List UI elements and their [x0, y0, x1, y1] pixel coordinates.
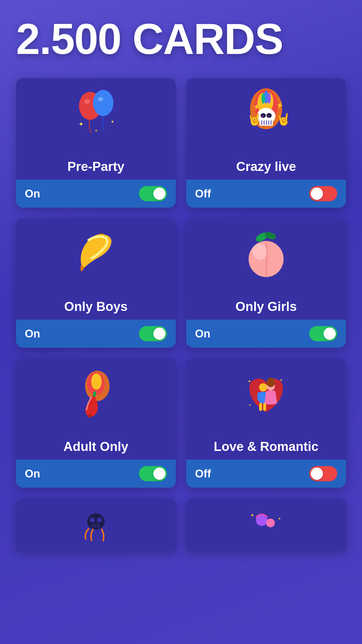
svg-rect-47: [263, 403, 266, 411]
card-crazy-live: ♥ ♥ 🤘 🤘 ⚡ ⚡: [186, 78, 346, 208]
svg-text:✦: ✦: [110, 119, 114, 124]
adult-only-icon: [73, 365, 119, 427]
only-girls-footer: On: [186, 320, 346, 348]
crazy-live-toggle[interactable]: [309, 186, 337, 201]
svg-point-2: [93, 90, 113, 116]
only-girls-status: On: [195, 328, 210, 340]
svg-text:🤘: 🤘: [276, 112, 291, 126]
pre-party-status: On: [25, 188, 40, 200]
card-adult-only: Adult Only On: [16, 358, 176, 488]
svg-text:✦: ✦: [247, 379, 251, 384]
svg-text:🦹: 🦹: [254, 525, 267, 537]
love-romantic-toggle-thumb: [311, 468, 323, 480]
pre-party-icon: ✦ ✦ ✦: [73, 85, 119, 147]
love-romantic-icon: ✦ ✦ ✦: [242, 365, 290, 427]
page-wrapper: 2.500 CARDS ✦: [0, 0, 362, 644]
only-boys-icon: [73, 227, 119, 285]
card-only-girls-image: [186, 218, 346, 294]
love-romantic-toggle[interactable]: [309, 466, 337, 481]
svg-point-12: [261, 93, 265, 104]
svg-point-49: [267, 378, 275, 387]
only-girls-toggle[interactable]: [309, 326, 337, 341]
cards-grid: ✦ ✦ ✦ Pre-Party On: [16, 78, 346, 488]
svg-text:🤘: 🤘: [247, 112, 262, 126]
svg-point-58: [266, 519, 275, 527]
card-pre-party: ✦ ✦ ✦ Pre-Party On: [16, 78, 176, 208]
card-adult-only-image: [16, 358, 176, 434]
svg-text:✦: ✦: [249, 403, 252, 407]
svg-point-1: [84, 99, 90, 104]
crazy-live-icon: ♥ ♥ 🤘 🤘 ⚡ ⚡: [241, 85, 291, 147]
only-boys-toggle[interactable]: [139, 326, 167, 341]
pre-party-toggle[interactable]: [139, 186, 167, 201]
pre-party-title: Pre-Party: [16, 154, 176, 180]
only-boys-status: On: [25, 328, 40, 340]
svg-text:⚡: ⚡: [276, 102, 284, 109]
svg-text:✦: ✦: [94, 128, 98, 133]
crazy-live-title: Crazy live: [186, 154, 346, 180]
love-romantic-footer: Off: [186, 460, 346, 488]
svg-point-36: [91, 373, 102, 390]
svg-text:✦: ✦: [280, 378, 283, 382]
only-boys-toggle-container[interactable]: [139, 326, 167, 341]
only-girls-title: Only Girls: [186, 294, 346, 320]
love-romantic-title: Love & Romantic: [186, 434, 346, 460]
svg-point-53: [97, 518, 102, 522]
svg-text:✦: ✦: [78, 120, 84, 128]
svg-point-42: [259, 383, 267, 391]
only-boys-toggle-thumb: [153, 328, 166, 340]
partial-card-right: 🦹 🧙 ✦ ✦: [186, 498, 346, 551]
adult-only-status: On: [25, 468, 40, 480]
svg-rect-46: [259, 403, 262, 411]
svg-text:✦: ✦: [250, 512, 254, 518]
love-romantic-status: Off: [195, 468, 211, 480]
partial-left-inner: [16, 498, 176, 551]
crazy-live-footer: Off: [186, 180, 346, 208]
svg-point-31: [264, 231, 277, 241]
card-love-romantic: ✦ ✦ ✦: [186, 358, 346, 488]
adult-only-title: Adult Only: [16, 434, 176, 460]
card-love-romantic-image: ✦ ✦ ✦: [186, 358, 346, 434]
svg-rect-44: [257, 392, 261, 401]
card-pre-party-image: ✦ ✦ ✦: [16, 78, 176, 154]
only-girls-toggle-container[interactable]: [309, 326, 337, 341]
adult-only-footer: On: [16, 460, 176, 488]
only-girls-toggle-thumb: [324, 328, 336, 340]
partial-right-inner: 🦹 🧙 ✦ ✦: [186, 498, 346, 551]
crazy-live-toggle-container[interactable]: [309, 186, 337, 201]
crazy-live-toggle-thumb: [311, 188, 323, 200]
partial-cards-row: 🦹 🧙 ✦ ✦: [16, 498, 346, 551]
pre-party-toggle-container[interactable]: [139, 186, 167, 201]
only-boys-footer: On: [16, 320, 176, 348]
only-boys-title: Only Boys: [16, 294, 176, 320]
svg-point-3: [98, 97, 103, 101]
page-title: 2.500 CARDS: [16, 18, 346, 61]
svg-text:✦: ✦: [278, 516, 281, 521]
svg-text:⚡: ⚡: [253, 103, 260, 110]
adult-only-toggle-thumb: [153, 468, 166, 480]
svg-text:♥: ♥: [262, 114, 263, 118]
pre-party-toggle-thumb: [153, 188, 166, 200]
card-only-girls: Only Girls On: [186, 218, 346, 348]
card-only-boys: Only Boys On: [16, 218, 176, 348]
adult-only-toggle[interactable]: [139, 466, 167, 481]
crazy-live-status: Off: [195, 188, 211, 200]
svg-point-33: [252, 244, 267, 260]
svg-text:♥: ♥: [268, 114, 269, 118]
partial-card-left: [16, 498, 176, 551]
love-romantic-toggle-container[interactable]: [309, 466, 337, 481]
card-only-boys-image: [16, 218, 176, 294]
only-girls-icon: [243, 225, 289, 287]
svg-point-13: [267, 93, 271, 104]
adult-only-toggle-container[interactable]: [139, 466, 167, 481]
pre-party-footer: On: [16, 180, 176, 208]
card-crazy-live-image: ♥ ♥ 🤘 🤘 ⚡ ⚡: [186, 78, 346, 154]
svg-point-52: [90, 518, 95, 522]
